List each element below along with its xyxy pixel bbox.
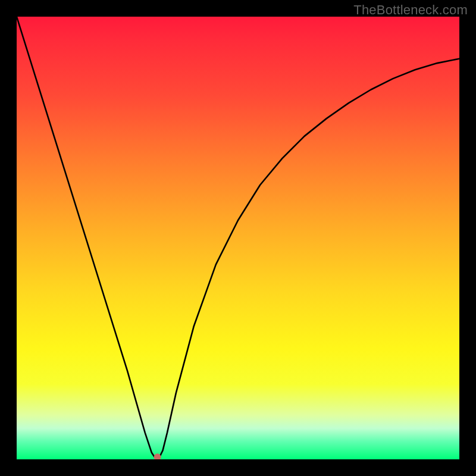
bottleneck-curve-path	[17, 17, 459, 459]
curve-svg	[17, 17, 459, 459]
watermark-text: TheBottleneck.com	[353, 2, 468, 18]
plot-area	[17, 17, 459, 459]
